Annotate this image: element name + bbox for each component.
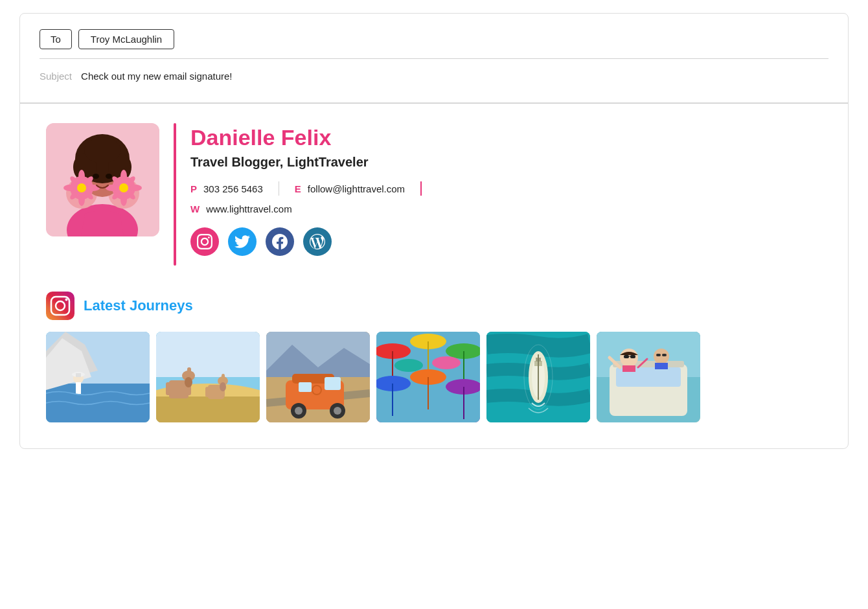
latest-journeys-title: Latest Journeys xyxy=(84,297,193,314)
contact-separator-2 xyxy=(420,181,422,196)
svg-rect-51 xyxy=(187,367,191,377)
signature-card: Danielle Felix Travel Blogger, LightTrav… xyxy=(46,123,822,266)
svg-point-72 xyxy=(313,386,321,394)
phone-value: 303 256 5463 xyxy=(203,183,263,194)
svg-rect-54 xyxy=(205,387,209,397)
svg-point-70 xyxy=(334,407,341,415)
journey-photo-4[interactable] xyxy=(376,332,480,422)
svg-point-58 xyxy=(220,382,226,391)
svg-rect-101 xyxy=(622,365,635,372)
svg-point-21 xyxy=(120,170,127,183)
journey-photo-6[interactable] xyxy=(597,332,700,422)
svg-rect-102 xyxy=(624,355,629,358)
social-icons xyxy=(190,227,822,256)
svg-rect-66 xyxy=(299,382,312,392)
email-label: E xyxy=(295,183,301,194)
svg-point-29 xyxy=(93,174,99,179)
latest-instagram-logo xyxy=(46,292,74,320)
svg-point-24 xyxy=(129,185,142,191)
signature-info: Danielle Felix Travel Blogger, LightTrav… xyxy=(190,123,822,256)
to-recipient: Troy McLaughlin xyxy=(78,29,174,49)
svg-rect-65 xyxy=(325,377,341,390)
svg-point-86 xyxy=(394,359,423,372)
latest-journeys-section: Latest Journeys xyxy=(46,292,822,422)
journey-photo-3[interactable] xyxy=(266,332,370,422)
svg-rect-57 xyxy=(222,374,225,382)
svg-rect-46 xyxy=(156,396,260,422)
svg-point-52 xyxy=(185,377,192,387)
profile-photo-svg xyxy=(46,123,159,236)
svg-point-22 xyxy=(120,193,127,206)
svg-point-12 xyxy=(78,193,85,206)
email-body: Danielle Felix Travel Blogger, LightTrav… xyxy=(20,104,848,448)
signature-title: Travel Blogger, LightTraveler xyxy=(190,155,822,170)
journey-photo-5[interactable] xyxy=(486,332,590,422)
svg-rect-39 xyxy=(76,382,81,394)
svg-rect-41 xyxy=(76,373,81,377)
signature-contact-row: P 303 256 5463 E follow@lighttravel.com xyxy=(190,181,822,196)
journey-photo-1[interactable] xyxy=(46,332,150,422)
svg-point-87 xyxy=(432,356,461,369)
svg-rect-43 xyxy=(156,332,260,377)
svg-rect-103 xyxy=(630,355,635,358)
svg-rect-108 xyxy=(662,354,667,356)
svg-point-8 xyxy=(84,137,120,163)
svg-rect-106 xyxy=(655,363,668,369)
svg-point-105 xyxy=(654,349,669,364)
subject-label: Subject xyxy=(40,71,72,82)
svg-point-100 xyxy=(620,349,638,367)
contact-separator-1 xyxy=(279,181,279,196)
svg-point-13 xyxy=(63,185,76,191)
to-label: To xyxy=(40,29,72,49)
email-header: To Troy McLaughlin Subject Check out my … xyxy=(20,14,848,103)
subject-row: Subject Check out my new email signature… xyxy=(40,59,828,91)
twitter-icon[interactable] xyxy=(228,227,257,256)
svg-point-34 xyxy=(65,299,68,301)
email-value: follow@lighttravel.com xyxy=(308,183,405,194)
signature-name: Danielle Felix xyxy=(190,126,822,150)
facebook-icon[interactable] xyxy=(266,227,294,256)
signature-divider-bar xyxy=(174,123,176,266)
signature-web-row: W www.lighttravel.com xyxy=(190,203,822,214)
wordpress-icon[interactable] xyxy=(303,227,332,256)
svg-point-10 xyxy=(77,183,86,192)
svg-rect-48 xyxy=(166,382,171,395)
svg-point-68 xyxy=(295,407,303,415)
journey-photo-2[interactable] xyxy=(156,332,260,422)
web-value: www.lighttravel.com xyxy=(206,203,292,214)
latest-journeys-header: Latest Journeys xyxy=(46,292,822,320)
svg-point-20 xyxy=(119,183,128,192)
instagram-icon[interactable] xyxy=(190,227,219,256)
web-label: W xyxy=(190,203,200,214)
svg-point-11 xyxy=(78,170,85,183)
phone-label: P xyxy=(190,183,197,194)
subject-text: Check out my new email signature! xyxy=(81,71,232,82)
photo-grid xyxy=(46,332,822,422)
svg-rect-107 xyxy=(656,354,661,356)
svg-rect-31 xyxy=(46,292,74,320)
profile-photo xyxy=(46,123,159,236)
to-row: To Troy McLaughlin xyxy=(40,25,828,58)
svg-point-30 xyxy=(106,174,112,179)
email-container: To Troy McLaughlin Subject Check out my … xyxy=(19,13,849,449)
